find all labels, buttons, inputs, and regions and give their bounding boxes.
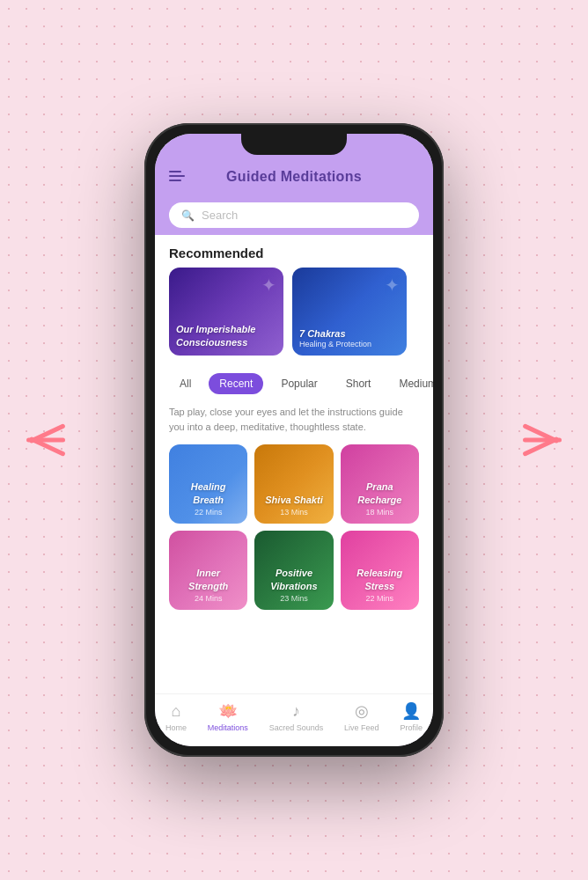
med-card-duration: 22 Mins — [195, 508, 223, 517]
rec-card-subtitle: Consciousness — [176, 336, 255, 348]
home-icon: ⌂ — [171, 702, 180, 721]
phone-notch — [241, 134, 347, 155]
menu-button[interactable] — [169, 171, 185, 181]
card-decoration: ✦ — [385, 275, 400, 296]
search-bar-container: 🔍 Search — [155, 195, 433, 235]
med-card-inner-strength[interactable]: Inner Strength 24 Mins — [169, 531, 247, 610]
med-card-duration: 23 Mins — [280, 594, 308, 603]
med-card-positive-vibrations[interactable]: Positive Vibrations 23 Mins — [254, 531, 333, 610]
med-card-prana-recharge[interactable]: Prana Recharge 18 Mins — [341, 444, 419, 524]
rec-card-subtitle: Healing & Protection — [299, 340, 371, 348]
med-card-title: Shiva Shakti — [265, 494, 322, 506]
menu-icon-line — [169, 171, 181, 172]
menu-icon-line — [169, 180, 181, 181]
med-card-shiva-shakti[interactable]: Shiva Shakti 13 Mins — [254, 444, 333, 524]
left-decoration — [26, 429, 65, 452]
recommended-card-our-imperishable[interactable]: ✦ Our Imperishable Consciousness — [169, 268, 283, 356]
search-placeholder-text: Search — [202, 209, 238, 222]
nav-item-home[interactable]: ⌂ Home — [165, 702, 187, 732]
nav-label-meditations: Meditations — [208, 723, 248, 732]
right-decoration — [523, 429, 562, 452]
med-card-title: Positive Vibrations — [261, 567, 326, 592]
meditations-icon: 🪷 — [218, 701, 238, 721]
nav-label-live-feed: Live Feed — [344, 723, 379, 732]
nav-item-sacred-sounds[interactable]: ♪ Sacred Sounds — [269, 702, 324, 732]
recommended-scroll: ✦ Our Imperishable Consciousness ✦ 7 Cha… — [155, 268, 433, 366]
main-content: Recommended ✦ Our Imperishable Conscious… — [155, 235, 433, 693]
sacred-sounds-icon: ♪ — [292, 702, 300, 721]
med-card-title: Releasing Stress — [348, 567, 412, 592]
search-icon: 🔍 — [181, 209, 195, 222]
page-title: Guided Meditations — [226, 169, 362, 185]
med-card-title: Healing Breath — [176, 480, 240, 506]
rec-card-text: 7 Chakras Healing & Protection — [299, 327, 371, 348]
rec-card-title: Our Imperishable — [176, 323, 255, 335]
search-input[interactable]: 🔍 Search — [169, 202, 419, 228]
phone-frame: Guided Meditations 🔍 Search Recommended … — [144, 123, 444, 757]
med-card-releasing-stress[interactable]: Releasing Stress 22 Mins — [341, 531, 419, 610]
med-card-duration: 18 Mins — [366, 508, 394, 517]
nav-label-sacred-sounds: Sacred Sounds — [269, 723, 324, 732]
med-card-duration: 24 Mins — [195, 594, 223, 603]
bottom-navigation: ⌂ Home 🪷 Meditations ♪ Sacred Sounds ◎ L… — [155, 693, 433, 746]
filter-tabs: All Recent Popular Short Medium — [155, 366, 433, 401]
med-card-healing-breath[interactable]: Healing Breath 22 Mins — [169, 444, 247, 524]
med-card-title: Inner Strength — [176, 567, 240, 592]
med-card-duration: 22 Mins — [366, 594, 394, 603]
recommended-card-seven-chakras[interactable]: ✦ 7 Chakras Healing & Protection — [292, 268, 407, 356]
phone-screen: Guided Meditations 🔍 Search Recommended … — [155, 134, 433, 746]
rec-card-title: 7 Chakras — [299, 327, 371, 340]
meditation-description: Tap play, close your eyes and let the in… — [155, 401, 433, 444]
rec-card-text: Our Imperishable Consciousness — [176, 323, 255, 348]
nav-label-profile: Profile — [400, 723, 423, 732]
nav-item-meditations[interactable]: 🪷 Meditations — [208, 701, 248, 732]
nav-item-live-feed[interactable]: ◎ Live Feed — [344, 701, 379, 732]
live-feed-icon: ◎ — [355, 701, 369, 721]
med-card-duration: 13 Mins — [280, 508, 308, 517]
med-card-title: Prana Recharge — [348, 480, 412, 506]
menu-icon-line — [169, 175, 185, 177]
filter-tab-popular[interactable]: Popular — [270, 373, 327, 394]
recommended-section-title: Recommended — [155, 235, 433, 268]
filter-tab-short[interactable]: Short — [335, 373, 382, 394]
card-decoration: ✦ — [261, 275, 276, 296]
filter-tab-recent[interactable]: Recent — [209, 373, 263, 394]
nav-label-home: Home — [165, 723, 187, 732]
profile-icon: 👤 — [401, 701, 421, 721]
nav-item-profile[interactable]: 👤 Profile — [400, 701, 423, 732]
filter-tab-medium[interactable]: Medium — [388, 373, 433, 394]
meditation-grid: Healing Breath 22 Mins Shiva Shakti 13 M… — [155, 444, 433, 620]
filter-tab-all[interactable]: All — [169, 373, 202, 394]
